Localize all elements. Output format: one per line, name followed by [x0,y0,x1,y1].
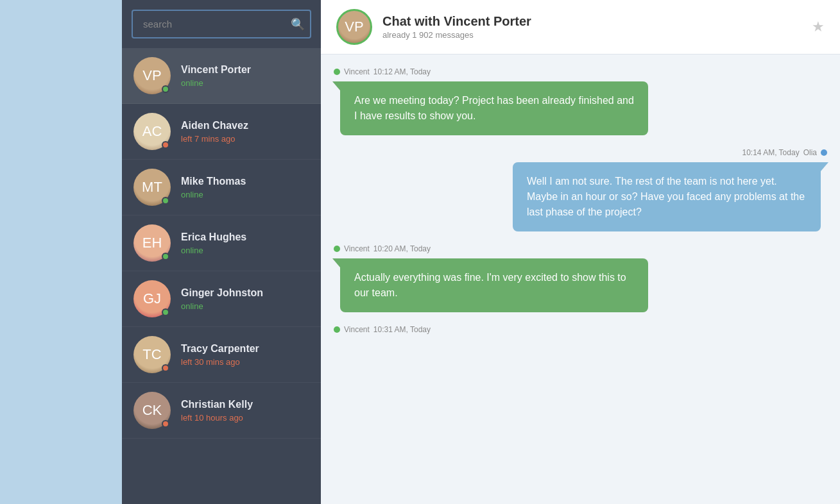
sidebar: 🔍 VP Vincent Porter online AC Aiden Chav… [122,0,321,504]
contact-info-vincent: Vincent Porter online [181,64,309,88]
contact-item-vincent[interactable]: VP Vincent Porter online [122,48,321,104]
contact-item-ginger[interactable]: GJ Ginger Johnston online [122,271,321,327]
contact-info-christian: Christian Kelly left 10 hours ago [181,399,309,423]
contact-name-aiden: Aiden Chavez [181,120,309,131]
contact-item-christian[interactable]: CK Christian Kelly left 10 hours ago [122,383,321,439]
avatar-initials-ginger: GJ [143,290,161,307]
avatar-wrap-aiden: AC [133,113,171,150]
avatar-initials-tracy: TC [142,346,161,363]
contact-item-aiden[interactable]: AC Aiden Chavez left 7 mins ago [122,104,321,160]
status-dot-aiden [162,141,169,149]
avatar-wrap-erica: EH [133,224,171,262]
avatar-wrap-mike: MT [133,169,171,206]
msg-meta-msg3: Vincent 10:20 AM, Today [334,244,431,253]
contact-status-mike: online [181,190,309,199]
avatar-initials-mike: MT [142,179,162,196]
contact-list: VP Vincent Porter online AC Aiden Chavez… [122,48,321,504]
avatar-initials-aiden: AC [142,123,162,140]
message-block-msg4: Vincent 10:31 AM, Today [334,325,827,337]
avatar-wrap-vincent: VP [133,57,171,94]
sender-dot-msg4 [334,326,340,333]
contact-name-ginger: Ginger Johnston [181,287,309,299]
msg-sender-msg3: Vincent [344,244,370,253]
contact-info-ginger: Ginger Johnston online [181,287,309,311]
contact-info-erica: Erica Hughes online [181,231,309,255]
messages-container[interactable]: Vincent 10:12 AM, Today Are we meeting t… [321,55,840,504]
contact-item-mike[interactable]: MT Mike Thomas online [122,160,321,215]
msg-meta-msg2: 10:14 AM, Today Olia [742,148,827,157]
sender-dot-msg2 [821,149,827,156]
message-block-msg2: 10:14 AM, Today Olia Well I am not sure.… [334,148,827,231]
contact-item-erica[interactable]: EH Erica Hughes online [122,215,321,271]
avatar-initials-erica: EH [142,235,162,251]
header-avatar-initials: VP [345,19,363,35]
status-dot-christian [162,420,169,428]
chat-title: Chat with Vincent Porter [382,14,801,29]
contact-status-erica: online [181,246,309,255]
bubble-msg2: Well I am not sure. The rest of the team… [513,162,821,231]
msg-sender-msg4: Vincent [344,325,370,334]
left-background [0,0,122,504]
search-button[interactable]: 🔍 [291,17,305,31]
msg-meta-msg1: Vincent 10:12 AM, Today [334,67,431,76]
status-dot-ginger [162,308,169,316]
chat-header: VP Chat with Vincent Porter already 1 90… [321,0,840,55]
contact-status-tracy: left 30 mins ago [181,357,309,367]
status-dot-tracy [162,364,169,372]
msg-time-msg4: 10:31 AM, Today [373,325,431,334]
star-button[interactable]: ★ [812,19,825,35]
contact-name-mike: Mike Thomas [181,176,309,187]
contact-name-christian: Christian Kelly [181,399,309,410]
status-dot-vincent [162,85,169,93]
contact-info-tracy: Tracy Carpenter left 30 mins ago [181,343,309,367]
status-dot-mike [162,197,169,205]
bubble-msg1: Are we meeting today? Project has been a… [340,81,648,135]
search-input[interactable] [132,10,311,38]
contact-status-vincent: online [181,78,309,88]
sender-dot-msg3 [334,246,340,252]
avatar-initials-christian: CK [142,402,162,419]
contact-status-ginger: online [181,301,309,311]
contact-status-aiden: left 7 mins ago [181,134,309,144]
message-block-msg1: Vincent 10:12 AM, Today Are we meeting t… [334,67,827,135]
avatar-wrap-ginger: GJ [133,280,171,317]
contact-status-christian: left 10 hours ago [181,413,309,423]
contact-name-tracy: Tracy Carpenter [181,343,309,355]
msg-sender-msg2: Olia [803,148,817,157]
contact-item-tracy[interactable]: TC Tracy Carpenter left 30 mins ago [122,327,321,383]
contact-name-erica: Erica Hughes [181,231,309,243]
status-dot-erica [162,253,169,260]
msg-meta-msg4: Vincent 10:31 AM, Today [334,325,431,334]
chat-subtitle: already 1 902 messages [382,30,801,40]
msg-time-msg2: 10:14 AM, Today [742,148,799,157]
avatar-wrap-christian: CK [133,392,171,429]
contact-info-aiden: Aiden Chavez left 7 mins ago [181,120,309,144]
sender-dot-msg1 [334,69,340,75]
msg-time-msg3: 10:20 AM, Today [373,244,431,253]
msg-time-msg1: 10:12 AM, Today [373,67,431,76]
chat-header-avatar: VP [336,9,372,45]
message-block-msg3: Vincent 10:20 AM, Today Actually everyth… [334,244,827,312]
avatar-wrap-tracy: TC [133,336,171,373]
msg-sender-msg1: Vincent [344,67,370,76]
bubble-msg3: Actually everything was fine. I'm very e… [340,258,648,312]
contact-info-mike: Mike Thomas online [181,176,309,199]
avatar-initials-vincent: VP [142,67,161,84]
contact-name-vincent: Vincent Porter [181,64,309,76]
search-bar: 🔍 [132,10,311,38]
chat-area: VP Chat with Vincent Porter already 1 90… [321,0,840,504]
header-info: Chat with Vincent Porter already 1 902 m… [382,14,801,40]
